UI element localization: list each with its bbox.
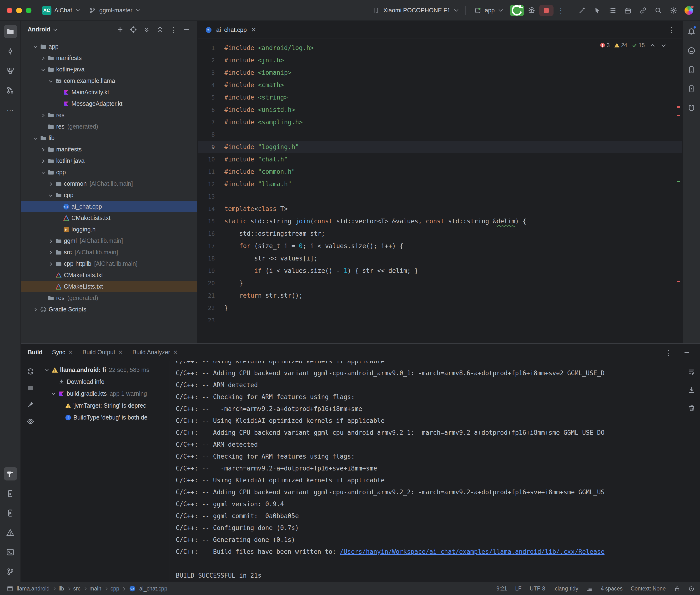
error-stripe-mark[interactable] (677, 106, 680, 108)
terminal-tool-icon[interactable] (4, 545, 17, 559)
tree-chevron-icon[interactable] (31, 43, 39, 51)
code-line-12[interactable]: 12#include "llama.h" (198, 178, 682, 191)
code-line-9[interactable]: 9#include "logging.h" (198, 141, 682, 153)
logcat-tool-icon[interactable] (684, 101, 698, 114)
tree-chevron-icon[interactable] (39, 54, 47, 62)
code-line-2[interactable]: 2#include <jni.h> (198, 54, 682, 67)
new-file-button[interactable] (114, 24, 126, 35)
show-details-eye-icon[interactable] (25, 416, 36, 427)
running-devices-tool-icon[interactable] (684, 82, 698, 95)
emulator-tool-icon[interactable] (4, 506, 17, 519)
caret-position[interactable]: 9:21 (496, 586, 507, 592)
breadcrumb-lib[interactable]: lib (59, 586, 64, 592)
project-tree-item-cpp-httplib[interactable]: cpp-httplib[AiChat.lib.main] (21, 258, 197, 270)
project-tree-item-kotlin-java[interactable]: kotlin+java (21, 64, 197, 75)
breadcrumb-llama-android[interactable]: llama.android (6, 585, 50, 593)
collapse-all-button[interactable] (155, 24, 166, 35)
search-icon[interactable] (651, 4, 665, 17)
close-tab-icon[interactable]: ✕ (251, 26, 256, 33)
tree-chevron-icon[interactable] (43, 366, 51, 374)
project-view-selector[interactable]: Android (28, 26, 51, 33)
version-control-tool-icon[interactable] (4, 565, 17, 578)
pull-requests-tool-icon[interactable] (4, 83, 17, 97)
profile-avatar[interactable] (682, 4, 695, 17)
code-line-14[interactable]: 14template<class T> (198, 203, 682, 215)
tree-chevron-icon[interactable] (39, 169, 47, 176)
build-panel-options-button[interactable]: ⋮ (662, 346, 675, 359)
device-explorer-tool-icon[interactable] (4, 487, 17, 500)
project-tree-item-manifests[interactable]: manifests (21, 144, 197, 155)
build-window-title[interactable]: Build (28, 349, 43, 356)
tree-chevron-icon[interactable] (31, 134, 39, 142)
clear-console-icon[interactable] (685, 402, 698, 414)
code-line-8[interactable]: 8 (198, 129, 682, 141)
close-window-button[interactable] (7, 7, 12, 13)
project-tree-item-cpp[interactable]: cpp (21, 190, 197, 201)
project-tree-item-common[interactable]: common[AiChat.lib.main] (21, 178, 197, 190)
tree-chevron-icon[interactable] (39, 157, 47, 165)
file-encoding[interactable]: UTF-8 (530, 586, 545, 592)
warning-count[interactable]: 24 (614, 42, 627, 48)
stop-build-icon[interactable] (25, 382, 36, 394)
error-count[interactable]: 3 (599, 42, 610, 48)
breadcrumb-cpp[interactable]: cpp (111, 586, 119, 592)
code-area[interactable]: 3 24 15 (198, 39, 682, 343)
project-tree-item-cmakelists-txt[interactable]: CMakeLists.txt (21, 213, 197, 224)
device-manager-tool-icon[interactable] (684, 63, 698, 76)
project-tree-item-manifests[interactable]: manifests (21, 52, 197, 64)
tree-chevron-icon[interactable] (47, 192, 54, 199)
error-stripe-mark[interactable] (677, 281, 680, 282)
passed-count[interactable]: 15 (632, 42, 645, 48)
debug-button[interactable] (525, 4, 538, 17)
code-line-10[interactable]: 10#include "chat.h" (198, 153, 682, 166)
build-tab-sync[interactable]: Sync✕ (52, 349, 73, 356)
build-console[interactable]: C/C++: -- Using KleidiAI optimized kerne… (170, 361, 683, 582)
stop-button[interactable] (539, 4, 553, 16)
hide-build-panel-button[interactable] (680, 346, 693, 359)
tree-chevron-icon[interactable] (47, 249, 54, 256)
change-stripe-mark[interactable] (677, 181, 680, 182)
build-tree-item-llama-android-fi[interactable]: llama.android: fi22 sec, 583 ms (40, 364, 170, 376)
settings-gear-icon[interactable] (667, 4, 680, 17)
sync-refresh-icon[interactable] (25, 366, 36, 377)
problems-tool-icon[interactable] (4, 526, 17, 539)
code-line-16[interactable]: 16 std::ostringstream str; (198, 228, 682, 240)
gradle-tool-icon[interactable] (684, 44, 698, 57)
tree-chevron-icon[interactable] (47, 77, 54, 85)
code-line-23[interactable]: 23 (198, 314, 682, 327)
console-file-link[interactable]: /Users/hanyin/Workspace/ai-chat/examples… (340, 548, 605, 555)
locate-open-file-button[interactable] (128, 24, 139, 35)
build-tab-build-analyzer[interactable]: Build Analyzer✕ (133, 349, 178, 356)
close-tab-icon[interactable]: ✕ (118, 349, 123, 356)
project-tree-item-res[interactable]: res(generated) (21, 121, 197, 132)
plugins-icon[interactable] (621, 4, 634, 17)
tree-chevron-icon[interactable] (39, 66, 47, 73)
project-tree-item-ggml[interactable]: ggml[AiChat.lib.main] (21, 235, 197, 247)
project-tree-item-cpp[interactable]: cpp (21, 167, 197, 178)
previous-problem-button[interactable] (649, 43, 656, 47)
code-line-21[interactable]: 21 return str.str(); (198, 289, 682, 302)
share-link-icon[interactable] (636, 4, 649, 17)
code-context[interactable]: Context: None (631, 586, 666, 592)
breadcrumb-ai-chat-cpp[interactable]: C+ai_chat.cpp (129, 585, 167, 593)
project-tree-item-src[interactable]: src[AiChat.lib.main] (21, 247, 197, 258)
soft-wrap-icon[interactable] (685, 366, 698, 378)
project-tree-item-messageadapter-kt[interactable]: MessageAdapter.kt (21, 98, 197, 110)
build-tree-item-jvmtarget-string-is-deprec[interactable]: 'jvmTarget: String' is deprec (40, 399, 170, 412)
panel-options-button[interactable]: ⋮ (168, 24, 179, 35)
structure-tool-icon[interactable] (4, 64, 17, 77)
vcs-branch-selector[interactable]: ggml-master (84, 4, 143, 16)
more-run-actions-button[interactable]: ⋮ (554, 4, 567, 17)
tree-chevron-icon[interactable] (47, 260, 54, 267)
code-line-15[interactable]: 15static std::string join(const std::vec… (198, 215, 682, 228)
project-tree-item-com-example-llama[interactable]: com.example.llama (21, 75, 197, 87)
project-tree-item-mainactivity-kt[interactable]: MainActivity.kt (21, 87, 197, 98)
project-tree-item-res[interactable]: res (21, 110, 197, 121)
code-line-11[interactable]: 11#include "common.h" (198, 166, 682, 178)
editor-tab-ai-chat-cpp[interactable]: C+ ai_chat.cpp ✕ (198, 21, 263, 38)
code-line-3[interactable]: 3#include <iomanip> (198, 67, 682, 79)
close-tab-icon[interactable]: ✕ (68, 349, 73, 356)
rerun-button[interactable] (509, 4, 524, 16)
tree-chevron-icon[interactable] (50, 390, 57, 397)
build-tree-item-build-gradle-kts[interactable]: build.gradle.ktsapp 1 warning (40, 388, 170, 399)
